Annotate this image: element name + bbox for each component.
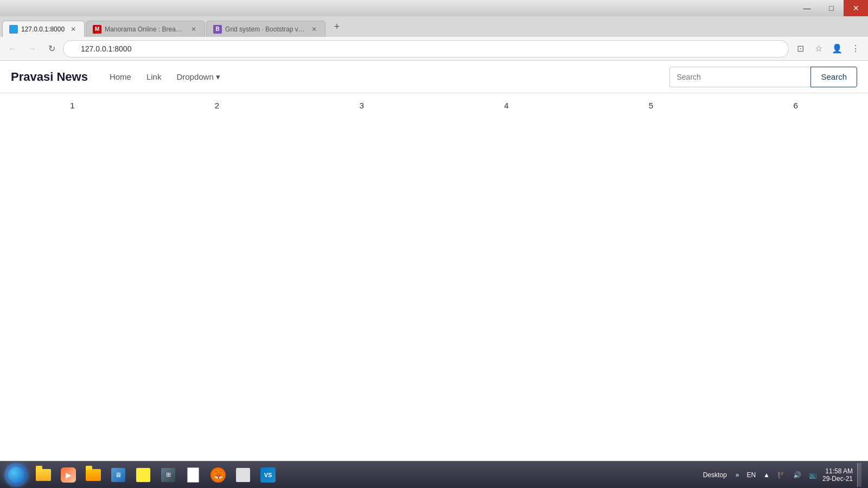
files-shape	[86, 469, 101, 481]
vscode-shape: VS	[260, 467, 276, 483]
blank-shape	[236, 468, 250, 482]
bookmark-button[interactable]: ☆	[810, 41, 827, 57]
system-tray: Desktop » EN ▲ 🏴 🔊 📺 11:58 AM 29-Dec-21	[695, 461, 866, 488]
search-input[interactable]	[669, 67, 810, 87]
titlebar-controls: — □ ✕	[795, 0, 868, 16]
refresh-button[interactable]: ↻	[43, 41, 60, 57]
cast-button[interactable]: ⊡	[792, 41, 808, 57]
taskbar-files-icon[interactable]	[81, 463, 105, 487]
taskbar-doc-icon[interactable]	[181, 463, 205, 487]
maximize-button[interactable]: □	[819, 0, 844, 16]
nav-search: Search	[669, 67, 857, 87]
tab-2-close[interactable]: ✕	[189, 25, 198, 34]
taskbar-sticky-icon[interactable]	[131, 463, 155, 487]
tray-volume-icon[interactable]: 🔊	[791, 470, 803, 480]
start-button[interactable]	[2, 463, 30, 487]
grid-row: 1 2 3 4 5 6	[0, 93, 868, 118]
navbar-brand[interactable]: Pravasi News	[11, 70, 88, 84]
tray-time: 11:58 AM	[822, 467, 853, 475]
taskbar-vscode-icon[interactable]: VS	[256, 463, 280, 487]
minimize-button[interactable]: —	[795, 0, 819, 16]
taskbar-media-icon[interactable]: ▶	[56, 463, 80, 487]
new-tab-button[interactable]: +	[329, 18, 345, 35]
grid-col-3: 3	[289, 98, 434, 113]
folder-shape	[36, 469, 51, 481]
tray-date: 29-Dec-21	[822, 475, 853, 483]
doc-shape	[187, 467, 199, 483]
nav-links: Home Link Dropdown ▾	[104, 69, 659, 85]
network-shape: 🖥	[111, 468, 125, 482]
back-button[interactable]: ←	[4, 41, 21, 57]
tray-expand-icon[interactable]: ▲	[761, 470, 772, 480]
nav-dropdown[interactable]: Dropdown ▾	[171, 69, 225, 85]
grid-col-6: 6	[723, 98, 868, 113]
sticky-shape	[136, 468, 150, 482]
media-shape: ▶	[61, 467, 76, 483]
titlebar: — □ ✕	[0, 0, 868, 16]
taskbar: ▶ 🖥 ⊞ 🦊 VS Desktop » EN ▲ 🏴 🔊 📺 11:58 AM	[0, 461, 868, 488]
chevron-down-icon: ▾	[216, 72, 220, 82]
start-orb-inner	[8, 467, 24, 483]
show-desktop-button[interactable]	[857, 463, 861, 487]
grid-col-1: 1	[0, 98, 145, 113]
taskbar-folder-icon[interactable]	[31, 463, 55, 487]
address-input-wrapper: ℹ	[63, 40, 789, 57]
address-bar: ← → ↻ ℹ ⊡ ☆ 👤 ⋮	[0, 37, 868, 61]
tray-datetime: 11:58 AM 29-Dec-21	[822, 467, 853, 483]
close-button[interactable]: ✕	[844, 0, 868, 16]
taskbar-blank-icon[interactable]	[231, 463, 255, 487]
grid-col-5: 5	[579, 98, 724, 113]
tab-2-favicon: M	[93, 25, 101, 34]
remote-shape: ⊞	[161, 468, 175, 482]
tab-1-favicon: 🌐	[9, 25, 18, 34]
tab-2[interactable]: M Manorama Online : Breaking Ne... ✕	[86, 21, 205, 37]
tab-3-favicon: B	[213, 25, 222, 34]
address-actions: ⊡ ☆ 👤 ⋮	[792, 41, 864, 57]
profile-button[interactable]: 👤	[829, 41, 845, 57]
search-button[interactable]: Search	[810, 67, 857, 87]
tray-chevron[interactable]: »	[733, 470, 742, 480]
tray-display-icon[interactable]: 📺	[807, 470, 819, 480]
tray-flag-icon[interactable]: 🏴	[775, 470, 788, 480]
forward-button[interactable]: →	[24, 41, 40, 57]
page-content: Pravasi News Home Link Dropdown ▾ Search…	[0, 61, 868, 461]
tab-3-close[interactable]: ✕	[310, 25, 318, 34]
taskbar-remote-icon[interactable]: ⊞	[156, 463, 180, 487]
taskbar-network-icon[interactable]: 🖥	[106, 463, 130, 487]
grid-col-4: 4	[434, 98, 579, 113]
nav-link[interactable]: Link	[141, 69, 167, 85]
tab-3[interactable]: B Grid system · Bootstrap v5.0 ✕	[206, 21, 326, 37]
start-orb	[4, 463, 28, 487]
tab-1-title: 127.0.0.1:8000	[21, 25, 65, 33]
address-input[interactable]	[63, 40, 789, 57]
tab-1-close[interactable]: ✕	[69, 25, 78, 34]
firefox-shape: 🦊	[210, 467, 226, 483]
grid-col-2: 2	[145, 98, 290, 113]
nav-dropdown-label: Dropdown	[176, 72, 213, 81]
tab-1[interactable]: 🌐 127.0.0.1:8000 ✕	[2, 21, 85, 37]
tab-2-title: Manorama Online : Breaking Ne...	[105, 25, 185, 33]
tab-3-title: Grid system · Bootstrap v5.0	[225, 25, 305, 33]
navbar: Pravasi News Home Link Dropdown ▾ Search	[0, 61, 868, 93]
tab-bar: 🌐 127.0.0.1:8000 ✕ M Manorama Online : B…	[0, 16, 868, 37]
desktop-label[interactable]: Desktop	[700, 471, 730, 479]
nav-home[interactable]: Home	[104, 69, 137, 85]
menu-button[interactable]: ⋮	[847, 41, 864, 57]
tray-lang[interactable]: EN	[744, 470, 758, 480]
taskbar-firefox-icon[interactable]: 🦊	[206, 463, 230, 487]
